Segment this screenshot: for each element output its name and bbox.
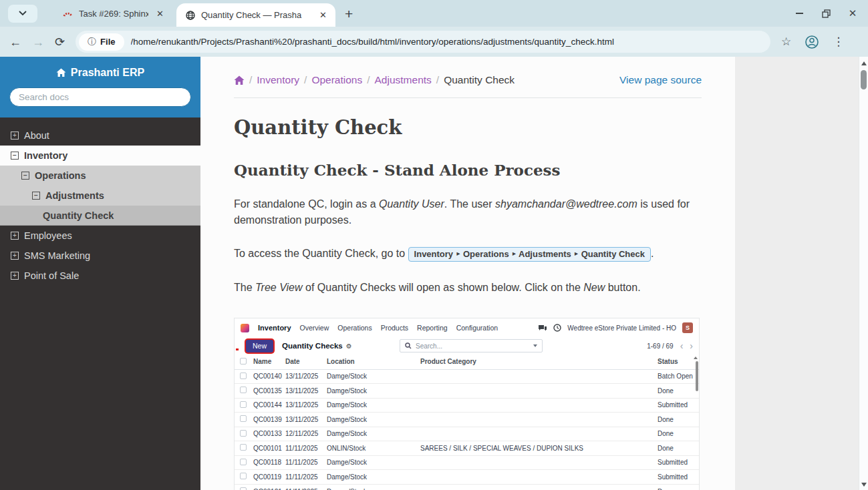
tab-close-button[interactable]: ✕: [317, 10, 329, 20]
back-button[interactable]: ←: [9, 36, 21, 48]
pager-previous-icon: ‹: [680, 341, 684, 350]
breadcrumb: /Inventory/Operations/Adjustments/ Quant…: [234, 74, 702, 86]
breadcrumb-link-adjustments[interactable]: Adjustments: [375, 74, 432, 86]
sidebar-item-operations[interactable]: −Operations: [0, 166, 200, 186]
collapse-icon[interactable]: −: [32, 192, 40, 200]
close-window-button[interactable]: ✕: [848, 9, 857, 18]
page-area: Prashanti ERP +About−Inventory−Operation…: [0, 57, 868, 490]
browser-menu-button[interactable]: ⋮: [833, 35, 844, 49]
globe-icon: [186, 11, 195, 20]
sidebar-item-about[interactable]: +About: [0, 126, 200, 146]
tab-title: Task #269: Sphinx docum: [79, 9, 148, 19]
table-header-row: NameDateLocationProduct CategoryStatus: [235, 354, 699, 369]
page-scrollbar[interactable]: [859, 57, 868, 490]
cell-category: [419, 455, 656, 470]
cell-name: QC00144: [252, 398, 284, 413]
cell-location: Damge/Stock: [325, 455, 419, 470]
cell-location: Damge/Stock: [325, 413, 419, 427]
bookmark-star-button[interactable]: ☆: [781, 35, 791, 49]
search-icon: [405, 342, 412, 349]
breadcrumb-home-link[interactable]: [234, 75, 245, 85]
sidebar-item-label: About: [24, 130, 49, 141]
emphasis-new: New: [583, 282, 605, 293]
forward-button[interactable]: →: [32, 36, 44, 48]
cell-name: QC00121: [252, 484, 284, 490]
row-checkbox: [240, 487, 247, 490]
minimize-button[interactable]: [794, 9, 804, 18]
site-info-label: File: [100, 37, 115, 47]
table-row: QC0013913/11/2025Damge/StockDone: [235, 413, 699, 427]
window-controls: ✕: [794, 0, 857, 27]
sidebar-item-employees[interactable]: +Employees: [0, 226, 200, 246]
cell-name: QC00139: [252, 413, 284, 427]
sidebar-item-point-of-sale[interactable]: +Point of Sale: [0, 266, 200, 286]
list-view-title: Quantity Checks: [282, 342, 343, 350]
row-checkbox: [240, 459, 247, 465]
paragraph-login: For standalone QC, login as a Quantity U…: [234, 196, 702, 228]
cell-name: QC00118: [252, 455, 284, 470]
row-checkbox: [240, 473, 247, 479]
address-bar[interactable]: ⓘ File /home/renukanth/Projects/Prashant…: [76, 31, 770, 53]
tab-close-button[interactable]: ✕: [154, 9, 166, 19]
tab-quantity-check[interactable]: Quantity Check — Prasha ✕: [176, 3, 335, 27]
text: The: [234, 282, 255, 293]
breadcrumb-link-operations[interactable]: Operations: [311, 74, 362, 86]
scroll-up-arrow[interactable]: [861, 61, 867, 65]
odoo-menu-products: Products: [381, 324, 408, 332]
brand-home-link[interactable]: Prashanti ERP: [9, 67, 191, 79]
tab-task-269[interactable]: Task #269: Sphinx docum ✕: [53, 0, 172, 27]
table-scrollbar-thumb: [696, 361, 698, 391]
view-page-source-link[interactable]: View page source: [619, 74, 702, 86]
sidebar-item-adjustments[interactable]: −Adjustments: [0, 186, 200, 206]
row-checkbox-cell: [235, 384, 252, 399]
row-checkbox-cell: [235, 470, 252, 485]
cell-location: Damge/Stock: [325, 398, 419, 413]
tab-search-button[interactable]: [8, 5, 37, 23]
sidebar-item-inventory[interactable]: −Inventory: [0, 146, 200, 166]
sidebar-item-sms-marketing[interactable]: +SMS Marketing: [0, 246, 200, 266]
section-title: Quantity Check - Stand Alone Process: [234, 161, 702, 179]
sidebar-search: [9, 87, 191, 107]
content-wrap: /Inventory/Operations/Adjustments/ Quant…: [200, 57, 859, 490]
expand-icon[interactable]: +: [11, 252, 19, 260]
row-checkbox: [240, 444, 247, 451]
cell-date: 13/11/2025: [284, 413, 325, 427]
cell-category: [419, 470, 656, 485]
text: .: [651, 248, 654, 259]
cell-category: [419, 427, 656, 441]
cell-status: Done: [656, 441, 699, 456]
cell-category: [419, 398, 656, 413]
collapse-icon[interactable]: −: [21, 172, 29, 180]
collapse-icon[interactable]: −: [11, 152, 19, 160]
row-checkbox-cell: [235, 441, 252, 456]
odoo-app-icon: [241, 324, 249, 332]
cell-status: Done: [656, 384, 699, 399]
cell-date: 12/11/2025: [284, 427, 325, 441]
new-button: New: [246, 340, 273, 352]
site-info-chip[interactable]: ⓘ File: [79, 33, 124, 51]
scrollbar-thumb[interactable]: [861, 70, 867, 89]
expand-icon[interactable]: +: [11, 272, 19, 280]
expand-icon[interactable]: +: [11, 232, 19, 240]
scroll-down-arrow[interactable]: [861, 483, 867, 487]
embedded-screenshot: Inventory OverviewOperationsProductsRepo…: [234, 318, 700, 490]
table-row: QC0014013/11/2025Damge/StockBatch Open: [235, 369, 699, 384]
column-header-status: Status: [656, 354, 699, 369]
restore-button[interactable]: [821, 9, 831, 18]
cell-location: Damge/Stock: [325, 384, 419, 399]
new-tab-button[interactable]: +: [345, 7, 353, 21]
table-row: QC0011811/11/2025Damge/StockSubmitted: [235, 455, 699, 470]
gear-icon: ⚙: [346, 342, 352, 350]
cell-date: 13/11/2025: [284, 398, 325, 413]
profile-button[interactable]: [805, 35, 819, 49]
cell-location: Damge/Stock: [325, 484, 419, 490]
row-checkbox-cell: [235, 413, 252, 427]
cell-category: [419, 413, 656, 427]
reload-button[interactable]: ⟳: [55, 36, 65, 48]
activity-clock-icon: [553, 324, 561, 332]
sidebar-item-quantity-check[interactable]: Quantity Check: [0, 206, 200, 226]
table-row: QC0012111/11/2025Damge/StockDone: [235, 484, 699, 490]
breadcrumb-link-inventory[interactable]: Inventory: [257, 74, 299, 86]
search-input[interactable]: [9, 87, 191, 107]
expand-icon[interactable]: +: [11, 132, 19, 140]
